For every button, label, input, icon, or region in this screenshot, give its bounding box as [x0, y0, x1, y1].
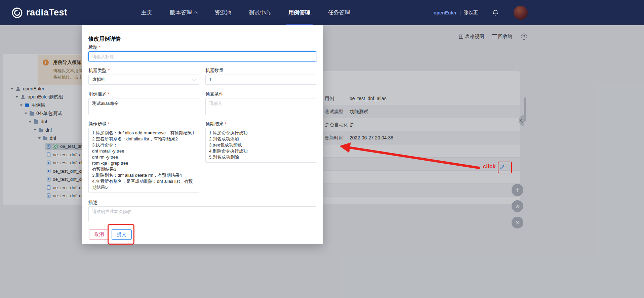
precondition-label: 预置条件 [205, 91, 224, 97]
notification-bell-icon[interactable] [492, 9, 499, 16]
case-desc-label: 用例描述 [88, 91, 110, 97]
username[interactable]: 张以正 [464, 10, 478, 16]
steps-label: 操作步骤 [88, 121, 110, 127]
machine-count-label: 机器数量 [205, 68, 224, 74]
machine-type-value: 虚拟机 [92, 77, 105, 83]
radiatest-logo-icon [11, 7, 23, 18]
app-screen: radiaTest 主页 版本管理 资源池 测试中心 用例管理 任务管理 ope… [0, 0, 644, 298]
org-name[interactable]: openEuler [434, 10, 456, 15]
case-desc-textarea[interactable]: 测试alias命令 [88, 98, 199, 115]
machine-type-select[interactable]: 虚拟机 [88, 75, 199, 85]
modify-desc-textarea[interactable] [88, 206, 316, 222]
title-input[interactable] [88, 51, 316, 61]
nav-item-home[interactable]: 主页 [141, 0, 152, 25]
nav-item-case-management[interactable]: 用例管理 [288, 0, 311, 25]
cancel-button[interactable]: 取消 [89, 229, 109, 240]
main-nav: 主页 版本管理 资源池 测试中心 用例管理 任务管理 [141, 0, 350, 25]
modify-desc-label: 描述 [88, 200, 97, 206]
chevron-up-icon [194, 11, 197, 15]
precondition-textarea[interactable] [205, 98, 316, 115]
brand-name: radiaTest [26, 7, 68, 18]
top-navbar: radiaTest 主页 版本管理 资源池 测试中心 用例管理 任务管理 ope… [0, 0, 644, 25]
nav-item-resource-pool[interactable]: 资源池 [214, 0, 231, 25]
brand-logo[interactable]: radiaTest [11, 0, 68, 25]
divider: | [459, 10, 461, 15]
user-area: openEuler | 张以正 [434, 0, 528, 25]
expected-label: 预期结果 [205, 121, 227, 127]
edit-case-modal: 修改用例详情 标题 机器类型 虚拟机 机器数量 用例描述 测试alias命令 预… [82, 25, 323, 244]
chevron-down-icon [192, 78, 196, 81]
nav-item-task-management[interactable]: 任务管理 [328, 0, 350, 25]
machine-type-label: 机器类型 [88, 68, 110, 74]
nav-item-version[interactable]: 版本管理 [170, 0, 197, 25]
avatar[interactable] [514, 6, 528, 20]
expected-textarea[interactable]: 1.添加命令执行成功 2.别名成功添加 3.tree包成功卸载 4.删除命令执行… [205, 128, 316, 163]
nav-item-test-center[interactable]: 测试中心 [249, 0, 271, 25]
modal-title: 修改用例详情 [88, 36, 121, 43]
title-label: 标题 [88, 44, 100, 50]
submit-button[interactable]: 提交 [112, 229, 132, 240]
steps-textarea[interactable]: 1.添加别名：dnf alias add rm=remove，有预期结果1 2.… [88, 128, 199, 193]
machine-count-input[interactable] [205, 75, 316, 85]
